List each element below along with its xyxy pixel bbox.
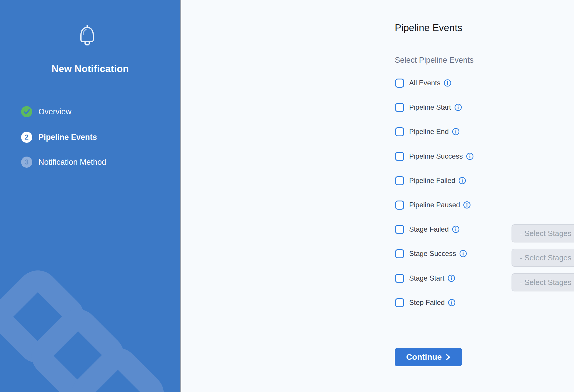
new-notification-modal: New Notification Overview2Pipeline Event… (0, 0, 574, 392)
chevron-right-icon (446, 354, 451, 361)
event-label: Stage Success (409, 250, 456, 258)
info-icon (452, 128, 460, 135)
step-label: Overview (38, 107, 72, 116)
event-row-pipeline-start: Pipeline Start (395, 103, 462, 112)
stage-start-info-icon[interactable] (448, 274, 455, 282)
pipeline-success-checkbox[interactable] (395, 152, 404, 161)
event-label: Stage Failed (409, 225, 449, 233)
step-label: Pipeline Events (38, 133, 97, 142)
sidebar: New Notification Overview2Pipeline Event… (0, 0, 180, 392)
section-subtitle: Select Pipeline Events (395, 56, 474, 65)
step-overview[interactable]: Overview (21, 106, 72, 117)
pipeline-success-info-icon[interactable] (466, 152, 474, 160)
info-icon (448, 274, 455, 282)
step-pipeline-events[interactable]: 2Pipeline Events (21, 132, 97, 143)
event-row-pipeline-success: Pipeline Success (395, 152, 474, 161)
pipeline-end-checkbox[interactable] (395, 127, 404, 136)
pipeline-failed-checkbox[interactable] (395, 176, 404, 185)
stage-success-checkbox[interactable] (395, 249, 404, 258)
stage-failed-checkbox[interactable] (395, 225, 404, 234)
wizard-steps: Overview2Pipeline Events3Notification Me… (0, 0, 180, 392)
info-icon (444, 79, 451, 87)
stage-start-checkbox[interactable] (395, 274, 404, 283)
step-done-badge (21, 106, 32, 117)
pipeline-paused-checkbox[interactable] (395, 201, 404, 210)
event-label: Pipeline Success (409, 152, 463, 160)
stage-failed-select-stages-dropdown[interactable]: - Select Stages - (512, 224, 574, 242)
event-label: Pipeline Failed (409, 177, 455, 185)
pipeline-paused-info-icon[interactable] (463, 201, 471, 209)
event-label: Pipeline End (409, 128, 449, 136)
stage-success-select-stages-dropdown[interactable]: - Select Stages - (512, 249, 574, 267)
event-row-pipeline-end: Pipeline End (395, 127, 460, 136)
event-row-pipeline-failed: Pipeline Failed (395, 176, 466, 185)
content-panel: Pipeline Events Select Pipeline Events A… (181, 0, 574, 392)
step-notification-method[interactable]: 3Notification Method (21, 157, 106, 168)
step-number-badge: 3 (21, 157, 32, 168)
continue-label: Continue (406, 352, 442, 362)
event-row-stage-success: Stage Success (395, 249, 467, 258)
info-icon (463, 201, 471, 209)
event-label: Pipeline Paused (409, 201, 460, 209)
info-icon (459, 250, 467, 257)
pipeline-start-info-icon[interactable] (454, 103, 462, 111)
event-row-all-events: All Events (395, 78, 451, 88)
event-label: Stage Start (409, 274, 444, 282)
event-label: All Events (409, 79, 441, 87)
info-icon (458, 177, 466, 184)
event-label: Step Failed (409, 298, 445, 307)
step-failed-info-icon[interactable] (448, 299, 456, 306)
all-events-checkbox[interactable] (395, 79, 404, 88)
info-icon (452, 225, 460, 233)
pipeline-failed-info-icon[interactable] (458, 177, 466, 184)
continue-button[interactable]: Continue (395, 348, 462, 366)
pipeline-end-info-icon[interactable] (452, 128, 460, 135)
info-icon (466, 152, 474, 160)
event-row-step-failed: Step Failed (395, 298, 456, 307)
stage-failed-info-icon[interactable] (452, 225, 460, 233)
info-icon (454, 103, 462, 111)
check-icon (23, 109, 30, 115)
event-row-stage-start: Stage Start (395, 274, 455, 283)
step-failed-checkbox[interactable] (395, 298, 404, 307)
event-label: Pipeline Start (409, 103, 451, 111)
event-row-stage-failed: Stage Failed (395, 225, 460, 234)
step-label: Notification Method (38, 158, 106, 167)
stage-start-select-stages-dropdown[interactable]: - Select Stages - (512, 273, 574, 291)
step-number-badge: 2 (21, 132, 32, 143)
page-title: Pipeline Events (395, 22, 462, 33)
all-events-info-icon[interactable] (444, 79, 451, 87)
event-row-pipeline-paused: Pipeline Paused (395, 200, 471, 210)
stage-success-info-icon[interactable] (459, 250, 467, 257)
pipeline-start-checkbox[interactable] (395, 103, 404, 112)
info-icon (448, 299, 456, 306)
